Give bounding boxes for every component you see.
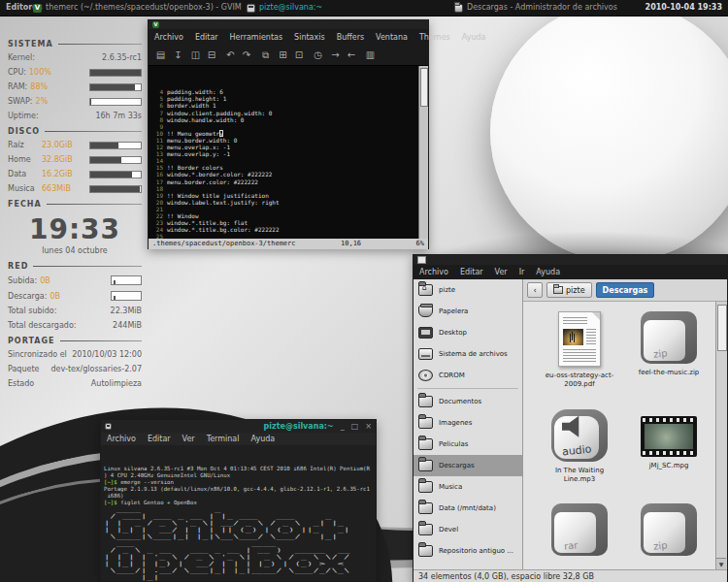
menu-item[interactable]: Editar bbox=[142, 435, 177, 443]
file-item-pdf[interactable]: eu-oss-strategy-act-2009.pdf bbox=[537, 311, 622, 398]
menu-item[interactable]: Ir bbox=[513, 268, 531, 276]
toolbar-icon[interactable] bbox=[364, 48, 377, 61]
file-item-zip[interactable]: zip feel-the-music.zip bbox=[626, 311, 711, 398]
taskbar-item-terminal[interactable]: pizte@silvana:~ bbox=[247, 0, 322, 16]
scroll-down-arrow-icon[interactable]: ▼ bbox=[716, 558, 726, 569]
terminal-output[interactable]: Linux silvana 2.6.35-rc1 #3 Mon Oct 4 01… bbox=[101, 445, 376, 581]
path-button-parent[interactable]: pizte bbox=[546, 282, 592, 298]
terminal-line: ___ ____ bbox=[104, 540, 376, 547]
file-name: feel-the-music.zip bbox=[639, 369, 700, 377]
toolbar-icon[interactable] bbox=[312, 48, 324, 61]
sidebar-item-label: Musica bbox=[439, 483, 462, 491]
desktop: { "panel": { "menu_label": "Editores", "… bbox=[0, 0, 728, 582]
code-line: 11menu.border.width: 0 bbox=[150, 137, 418, 144]
conky-section-portage: PORTAGE bbox=[8, 337, 142, 345]
toolbar-icon[interactable] bbox=[259, 48, 272, 61]
gvim-menubar: ArchivoEditarHerramientasSintaxisBuffers… bbox=[149, 29, 428, 45]
sidebar-item-icon bbox=[418, 524, 433, 535]
code-line: 6border.width 1 bbox=[150, 102, 418, 109]
code-line: 9 bbox=[150, 123, 418, 130]
fm-sidebar: pizte Papelera Desktop Sistema d bbox=[414, 279, 523, 569]
conky-disk-row: Musica663MiB bbox=[8, 184, 142, 193]
sidebar-item[interactable]: Documentos bbox=[414, 391, 522, 412]
menu-item[interactable]: Editar bbox=[189, 33, 224, 42]
sidebar-item[interactable]: pizte bbox=[414, 279, 522, 301]
toolbar-icon[interactable] bbox=[207, 48, 219, 61]
sidebar-item[interactable]: Descargas bbox=[414, 455, 522, 476]
toolbar-icon[interactable] bbox=[189, 48, 202, 61]
sidebar-item[interactable]: Desktop bbox=[414, 322, 522, 343]
file-item-mp3[interactable]: audio In The Waiting Line.mp3 bbox=[537, 409, 622, 493]
code-line: 23window.*.title.bg: flat bbox=[150, 219, 418, 226]
file-item-mpg[interactable]: jMj_SC.mpg bbox=[626, 409, 711, 493]
menu-item[interactable]: Themes bbox=[414, 33, 456, 42]
sidebar-item[interactable]: Musica bbox=[414, 476, 522, 498]
sidebar-item[interactable]: Repositorio antiguo ... bbox=[414, 540, 522, 562]
file-item-zip2[interactable]: zip bbox=[626, 503, 711, 569]
file-item-rar[interactable]: rar bbox=[537, 503, 622, 569]
sidebar-item[interactable]: Data (/mnt/data) bbox=[414, 498, 522, 519]
menu-item[interactable]: Herramientas bbox=[224, 33, 289, 42]
sidebar-item[interactable]: Imagenes bbox=[414, 412, 522, 434]
toolbar-icon[interactable] bbox=[224, 48, 237, 61]
sidebar-item[interactable]: Papelera bbox=[414, 301, 522, 322]
menu-item[interactable]: Ver bbox=[489, 268, 513, 276]
menu-item[interactable]: Archivo bbox=[414, 268, 454, 276]
minimize-button[interactable]: _ bbox=[341, 422, 345, 431]
sidebar-item[interactable]: Peliculas bbox=[414, 434, 522, 455]
gvim-titlebar[interactable]: V bbox=[149, 20, 428, 29]
sidebar-item-icon bbox=[418, 396, 433, 407]
code-line: 10!! Menu geometry bbox=[150, 130, 418, 137]
back-button[interactable]: ‹ bbox=[527, 282, 543, 298]
conky-section-disco: DISCO bbox=[8, 127, 142, 136]
audio-cube-icon: audio bbox=[551, 409, 608, 462]
close-button[interactable]: × bbox=[365, 422, 372, 431]
fm-pathbar: ‹ pizte Descargas bbox=[523, 279, 727, 302]
file-name: eu-oss-strategy-act-2009.pdf bbox=[541, 372, 618, 389]
taskbar-item-filemanager[interactable]: Descargas - Administrador de archivos bbox=[454, 0, 617, 16]
toolbar-icon[interactable] bbox=[277, 48, 289, 61]
menu-item[interactable]: Ayuda bbox=[245, 435, 281, 443]
terminal-line: | |_| | |_) | __/ | | | |_) | (_) > < bbox=[104, 561, 376, 567]
fm-titlebar[interactable] bbox=[414, 255, 727, 265]
maximize-button[interactable]: □ bbox=[351, 422, 359, 431]
toolbar-icon[interactable] bbox=[172, 48, 184, 61]
conky-section-red: RED bbox=[8, 262, 142, 271]
menu-item[interactable]: Editar bbox=[454, 268, 489, 276]
conky-disk-row: Home32.8GiB bbox=[8, 155, 142, 164]
toolbar-icon[interactable] bbox=[347, 48, 359, 61]
code-line: 8window.handle.width: 0 bbox=[150, 116, 418, 123]
task-label: pizte@silvana:~ bbox=[259, 0, 322, 16]
path-button-current[interactable]: Descargas bbox=[596, 282, 655, 298]
sidebar-item[interactable]: CDROM bbox=[414, 365, 522, 386]
conky-clock: 19:33 bbox=[8, 213, 142, 245]
menu-item[interactable]: Ver bbox=[177, 435, 201, 443]
menu-item[interactable]: Archivo bbox=[101, 435, 142, 443]
toolbar-icon[interactable] bbox=[242, 48, 254, 61]
menu-item[interactable]: Ayuda bbox=[456, 33, 492, 42]
gvim-scrollbar[interactable] bbox=[418, 66, 428, 239]
fm-scrollbar[interactable]: ▼ bbox=[715, 302, 727, 569]
sidebar-item[interactable]: Sistema de archivos bbox=[414, 343, 522, 365]
terminal-titlebar[interactable]: pizte@silvana:~ _ □ × bbox=[101, 420, 376, 433]
terminal-line: | | | | '_ \ / _ \ '_ \| _ \ / _ \ \/ / bbox=[104, 554, 376, 561]
toolbar-icon[interactable] bbox=[154, 48, 167, 61]
sidebar-item[interactable]: Devel bbox=[414, 519, 522, 540]
fm-scrollbar-thumb[interactable] bbox=[717, 305, 727, 351]
menu-item[interactable]: Archivo bbox=[149, 33, 189, 42]
file-name: jMj_SC.mpg bbox=[649, 462, 689, 470]
conky-kernel-row: Kernel:2.6.35-rc1 bbox=[8, 53, 142, 62]
menu-item[interactable]: Ayuda bbox=[530, 268, 566, 276]
menu-item[interactable]: Sintaxis bbox=[288, 33, 331, 42]
toolbar-icon[interactable] bbox=[329, 48, 342, 61]
taskbar-item-gvim[interactable]: V themerc (~/.themes/spacedust/openbox-3… bbox=[33, 0, 242, 16]
toolbar-icon[interactable] bbox=[294, 48, 307, 61]
gvim-text-area[interactable]: 4padding.width: 65padding.height: 16bord… bbox=[149, 66, 418, 239]
video-thumbnail-icon bbox=[641, 416, 697, 457]
code-line: 18 bbox=[150, 185, 418, 192]
menu-item[interactable]: Buffers bbox=[331, 33, 370, 42]
sidebar-item-icon bbox=[418, 545, 433, 557]
gvim-scrollbar-thumb[interactable] bbox=[420, 68, 428, 107]
menu-item[interactable]: Terminal bbox=[201, 435, 246, 443]
menu-item[interactable]: Ventana bbox=[370, 33, 414, 42]
